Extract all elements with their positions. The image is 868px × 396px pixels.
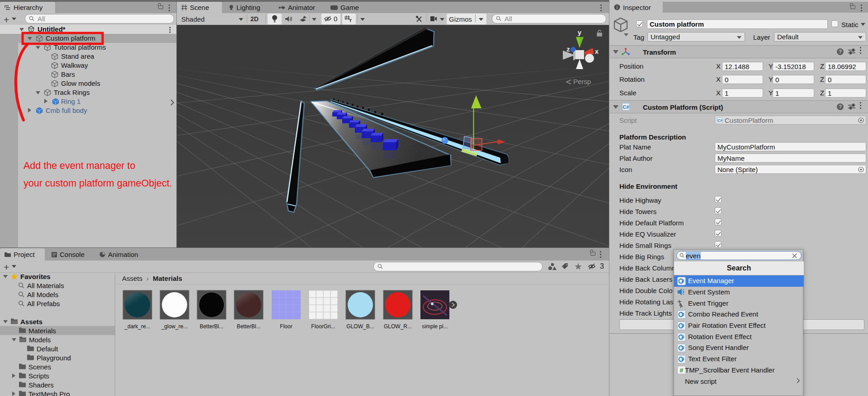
svg-text:GLOW_R...: GLOW_R...	[384, 323, 412, 330]
svg-text:x: x	[595, 47, 599, 55]
svg-text:Combo Reached Event: Combo Reached Event	[688, 310, 759, 318]
svg-text:New script: New script	[685, 377, 717, 385]
svg-text:TextMesh Pro: TextMesh Pro	[28, 390, 70, 396]
svg-text:C#: C#	[717, 118, 722, 122]
svg-text:Playground: Playground	[37, 354, 71, 362]
svg-text:Add the event manager to: Add the event manager to	[24, 160, 135, 171]
svg-text:z: z	[566, 45, 570, 53]
svg-text:All Models: All Models	[27, 291, 58, 298]
svg-text:_glow_re...: _glow_re...	[161, 323, 188, 330]
svg-text:GLOW_B...: GLOW_B...	[346, 323, 374, 330]
svg-text:y: y	[578, 28, 582, 36]
svg-text:#: #	[680, 367, 684, 374]
svg-text:Models: Models	[29, 336, 51, 344]
svg-text:Favorites: Favorites	[20, 273, 51, 280]
svg-text:Text Event Filter: Text Event Filter	[688, 355, 737, 363]
svg-text:Persp: Persp	[573, 78, 591, 85]
svg-text:Event Manager: Event Manager	[688, 277, 734, 284]
svg-text:_dark_re...: _dark_re...	[124, 323, 150, 330]
svg-text:Rotation Event Effect: Rotation Event Effect	[688, 333, 752, 340]
svg-text:Event System: Event System	[688, 288, 730, 296]
svg-text:simple pl...: simple pl...	[422, 323, 448, 330]
svg-text:your custom platform gameObjec: your custom platform gameObject.	[24, 178, 172, 189]
svg-text:Scenes: Scenes	[28, 363, 51, 371]
svg-text:All Materials: All Materials	[27, 282, 64, 289]
svg-text:Event Trigger: Event Trigger	[688, 299, 728, 307]
svg-text:BetterBl...: BetterBl...	[200, 323, 224, 330]
svg-text:Song Event Handler: Song Event Handler	[688, 344, 749, 351]
svg-text:FloorGri...: FloorGri...	[311, 323, 335, 330]
svg-text:Assets: Assets	[20, 318, 42, 326]
svg-text:Pair Rotation Event Effect: Pair Rotation Event Effect	[688, 321, 766, 329]
svg-text:C#: C#	[623, 104, 629, 110]
svg-text:TMP_Scrollbar Event Handler: TMP_Scrollbar Event Handler	[685, 366, 774, 374]
svg-text:All Prefabs: All Prefabs	[27, 300, 60, 307]
svg-text:BetterBl...: BetterBl...	[237, 323, 261, 330]
svg-text:Default: Default	[37, 345, 58, 353]
svg-text:Materials: Materials	[28, 327, 56, 335]
svg-text:Floor: Floor	[280, 323, 292, 330]
svg-text:Scripts: Scripts	[28, 372, 49, 380]
svg-text:Shaders: Shaders	[28, 381, 54, 389]
